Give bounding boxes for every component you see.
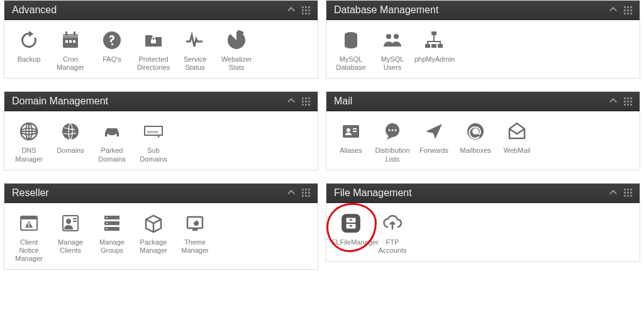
item-mailboxes[interactable]: Mailboxes (455, 119, 496, 163)
drag-handle-icon[interactable] (624, 6, 632, 14)
id-card-icon (341, 121, 361, 141)
item-backup[interactable]: Backup (8, 28, 50, 72)
item-forwards[interactable]: Forwards (413, 119, 455, 163)
item-webmail[interactable]: WebMail (496, 119, 538, 163)
panel-reseller: Reseller Client Notice Manager Manage Cl… (4, 183, 318, 270)
panel-domain: Domain Management DNS Manager Domains Pa… (4, 91, 318, 170)
question-icon (102, 30, 122, 50)
chevron-up-icon[interactable] (287, 187, 296, 199)
item-mysql-database[interactable]: MySQL Database (330, 28, 372, 72)
panel-title: Database Management (334, 4, 609, 16)
calendar-icon (60, 30, 80, 50)
item-webalizer-stats[interactable]: Webalizer Stats (216, 28, 257, 72)
item-label: WebMail (497, 146, 536, 163)
item-label: Package Manager (134, 238, 173, 255)
panel-title: Domain Management (12, 96, 287, 107)
panel-header-domain[interactable]: Domain Management (4, 92, 318, 111)
item-label: Aliases (331, 146, 370, 163)
chat-icon (382, 121, 402, 141)
file-manager-icon (340, 213, 362, 234)
item-aliases[interactable]: Aliases (330, 119, 372, 163)
item-distribution-lists[interactable]: Distribution Lists (372, 119, 413, 163)
item-protected-directories[interactable]: Protected Directories (133, 28, 174, 72)
folder-lock-icon (143, 30, 164, 50)
item-label: Domains (51, 146, 90, 163)
item-label: FAQ's (92, 55, 131, 72)
panel-header-advanced[interactable]: Advanced (4, 1, 318, 20)
panel-header-mail[interactable]: Mail (326, 92, 640, 111)
globe-icon (60, 121, 80, 141)
item-label: DNS Manager (9, 146, 48, 163)
panel-advanced: Advanced Backup Cron Manager FAQ's Prote… (4, 0, 318, 79)
panel-title: Advanced (12, 4, 287, 16)
panel-database: Database Management MySQL Database MySQL… (326, 0, 640, 79)
item-label: Protected Directories (134, 55, 173, 72)
item-label: phpMyAdmin (414, 55, 453, 72)
drag-handle-icon[interactable] (624, 189, 632, 197)
item-label: Client Notice Manager (9, 238, 48, 263)
item-label: ELFileManager (331, 238, 370, 255)
database-icon (341, 30, 361, 50)
panel-mail: Mail Aliases Distribution Lists Forwards… (326, 91, 640, 170)
item-manage-clients[interactable]: Manage Clients (50, 211, 91, 263)
globe-grid-icon (19, 121, 39, 141)
chevron-up-icon[interactable] (287, 96, 296, 107)
item-label: MySQL Users (373, 55, 412, 72)
drag-handle-icon[interactable] (302, 6, 310, 14)
item-label: Cron Manager (51, 55, 90, 72)
item-label: Manage Groups (92, 238, 131, 255)
chevron-up-icon[interactable] (609, 187, 618, 199)
item-label: Distribution Lists (373, 146, 412, 163)
item-label: Theme Manager (175, 238, 214, 255)
paper-plane-icon (424, 121, 444, 141)
item-label: Forwards (414, 146, 453, 163)
envelope-open-icon (507, 121, 527, 141)
panel-title: File Management (334, 187, 609, 199)
item-service-status[interactable]: Service Status (174, 28, 216, 72)
item-label: FTP Accounts (373, 238, 412, 255)
item-elfilemanager[interactable]: ELFileManager (330, 211, 372, 255)
users-icon (382, 30, 402, 50)
address-bar-icon (143, 121, 164, 141)
item-label: MySQL Database (331, 55, 370, 72)
chevron-up-icon[interactable] (609, 4, 618, 16)
panel-header-file[interactable]: File Management (326, 184, 640, 203)
chevron-up-icon[interactable] (287, 4, 296, 16)
theme-icon (185, 213, 205, 233)
item-label: Mailboxes (456, 146, 495, 163)
pulse-icon (185, 30, 205, 50)
box-icon (143, 213, 164, 233)
refresh-icon (19, 30, 39, 50)
panel-header-database[interactable]: Database Management (326, 1, 640, 20)
item-sub-domains[interactable]: Sub Domains (133, 119, 174, 163)
item-dns-manager[interactable]: DNS Manager (8, 119, 50, 163)
item-phpmyadmin[interactable]: phpMyAdmin (413, 28, 455, 72)
item-client-notice-manager[interactable]: Client Notice Manager (8, 211, 50, 263)
servers-icon (102, 213, 122, 233)
item-faqs[interactable]: FAQ's (91, 28, 133, 72)
drag-handle-icon[interactable] (302, 97, 310, 106)
car-icon (102, 121, 122, 141)
chevron-up-icon[interactable] (609, 96, 618, 107)
at-icon (465, 121, 486, 141)
org-chart-icon (424, 30, 444, 50)
drag-handle-icon[interactable] (624, 97, 632, 106)
item-domains[interactable]: Domains (50, 119, 91, 163)
item-label: Backup (9, 55, 48, 72)
item-theme-manager[interactable]: Theme Manager (174, 211, 216, 263)
item-ftp-accounts[interactable]: FTP Accounts (372, 211, 413, 255)
item-cron-manager[interactable]: Cron Manager (50, 28, 91, 72)
client-icon (60, 213, 80, 233)
cloud-upload-icon (382, 213, 402, 233)
warning-window-icon (19, 213, 39, 233)
panel-file: File Management ELFileManager FTP Accoun… (326, 183, 640, 262)
item-label: Service Status (175, 55, 214, 72)
panel-title: Reseller (12, 187, 287, 199)
item-parked-domains[interactable]: Parked Domains (91, 119, 133, 163)
panel-header-reseller[interactable]: Reseller (4, 184, 318, 203)
item-manage-groups[interactable]: Manage Groups (91, 211, 133, 263)
item-package-manager[interactable]: Package Manager (133, 211, 174, 263)
drag-handle-icon[interactable] (302, 189, 310, 197)
item-label: Parked Domains (92, 146, 131, 163)
item-mysql-users[interactable]: MySQL Users (372, 28, 413, 72)
